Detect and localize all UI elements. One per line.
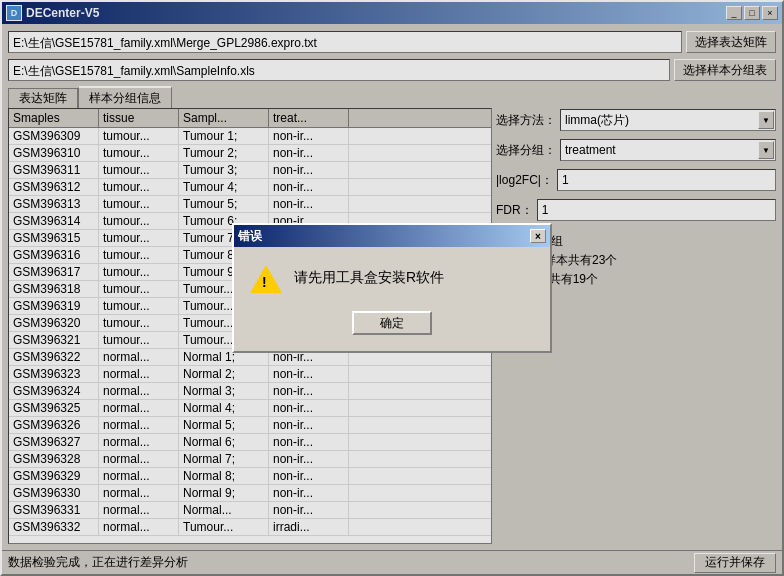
dialog-message: 请先用工具盒安装R软件 (294, 263, 444, 288)
dialog-title-bar: 错误 × (234, 225, 550, 247)
dialog-buttons: 确定 (234, 311, 550, 351)
warning-icon: ! (250, 263, 282, 295)
confirm-button[interactable]: 确定 (352, 311, 432, 335)
error-dialog: 错误 × ! 请先用工具盒安装R软件 确定 (232, 223, 552, 353)
dialog-title: 错误 (238, 228, 262, 245)
dialog-content: ! 请先用工具盒安装R软件 (234, 247, 550, 311)
modal-overlay: 错误 × ! 请先用工具盒安装R软件 确定 (0, 0, 784, 576)
dialog-close-button[interactable]: × (530, 229, 546, 243)
warning-exclaim: ! (262, 275, 267, 289)
